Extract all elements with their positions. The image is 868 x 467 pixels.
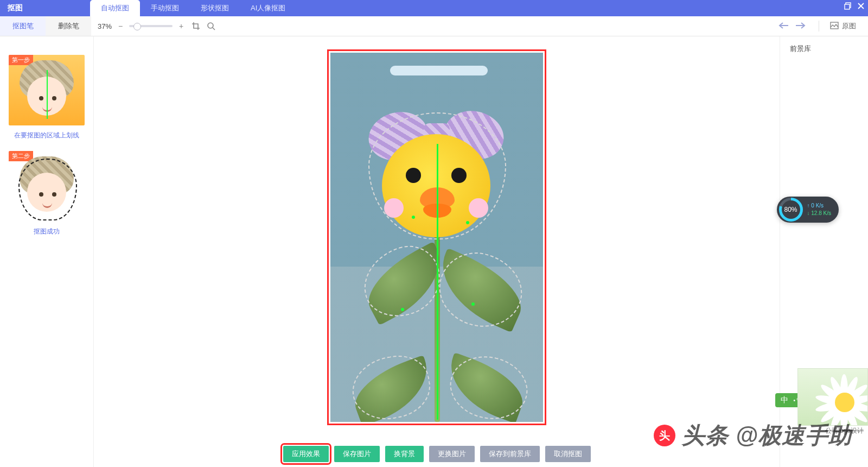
top-tabs: 自动抠图 手动抠图 形状抠图 AI人像抠图 (90, 0, 296, 16)
redo-icon[interactable] (796, 22, 806, 31)
keep-stroke (401, 308, 404, 311)
close-icon[interactable] (857, 2, 865, 12)
history-nav (778, 22, 806, 31)
tab-auto-cutout[interactable]: 自动抠图 (90, 0, 140, 16)
tab-shape-cutout[interactable]: 形状抠图 (190, 0, 240, 16)
tab-manual-cutout[interactable]: 手动抠图 (140, 0, 190, 16)
cpu-ring-icon: 80% (779, 198, 803, 222)
cancel-cutout-button[interactable]: 取消抠图 (545, 446, 591, 462)
magnifier-icon[interactable] (206, 21, 216, 31)
original-image-label: 原图 (842, 21, 856, 31)
restore-icon[interactable] (844, 2, 852, 12)
crop-icon[interactable] (191, 21, 201, 31)
zoom-slider[interactable] (129, 25, 173, 27)
toolbar-divider (819, 21, 819, 31)
undo-icon[interactable] (778, 22, 788, 31)
net-stats: ↑ 0 K/s ↓ 12.8 K/s (807, 202, 831, 217)
window-controls (844, 2, 865, 12)
canvas-area: 应用效果 保存图片 换背景 更换图片 保存到前景库 取消抠图 (94, 36, 780, 467)
keep-stroke (437, 144, 438, 420)
step-2-caption: 抠图成功 (9, 227, 85, 236)
keep-brush-tab[interactable]: 抠图笔 (0, 16, 46, 36)
ime-label: 中 (781, 395, 788, 405)
svg-rect-1 (845, 4, 850, 9)
step-2-card[interactable]: 第二步 抠图成功 (9, 151, 85, 236)
replace-image-button[interactable]: 更换图片 (429, 446, 475, 462)
daisy-icon (814, 372, 868, 426)
apply-effect-button[interactable]: 应用效果 (283, 446, 329, 462)
performance-widget[interactable]: 80% ↑ 0 K/s ↓ 12.8 K/s (777, 197, 839, 223)
zoom-in-button[interactable]: + (177, 22, 186, 30)
action-bar: 应用效果 保存图片 换背景 更换图片 保存到前景库 取消抠图 (94, 446, 780, 462)
toolbar: 抠图笔 删除笔 37% − + 原图 (0, 16, 868, 36)
svg-point-2 (208, 23, 213, 28)
corner-promo-label: 公司logo设计 (825, 426, 864, 436)
step-1-card[interactable]: 第一步 在要抠图的区域上划线 (9, 55, 85, 140)
app-title: 抠图 (0, 3, 30, 16)
change-background-button[interactable]: 换背景 (385, 446, 424, 462)
step-1-thumb: 第一步 (9, 55, 85, 125)
keep-stroke (471, 302, 475, 306)
ceiling-light-shape (390, 66, 488, 75)
step-2-thumb: 第二步 (9, 151, 85, 222)
titlebar: 抠图 自动抠图 手动抠图 形状抠图 AI人像抠图 (0, 0, 868, 16)
net-down: 12.8 K/s (811, 210, 831, 216)
canvas-highlight-frame (327, 49, 546, 425)
steps-panel: 第一步 在要抠图的区域上划线 第二步 抠图成功 (0, 36, 94, 467)
corner-promo[interactable] (797, 368, 868, 426)
step-1-caption: 在要抠图的区域上划线 (9, 131, 85, 140)
original-image-button[interactable]: 原图 (830, 21, 856, 31)
canvas[interactable] (330, 53, 543, 422)
erase-brush-tab[interactable]: 删除笔 (46, 16, 91, 36)
save-to-foreground-button[interactable]: 保存到前景库 (480, 446, 540, 462)
zoom-controls: 37% − + (98, 22, 186, 30)
foreground-library-title: 前景库 (780, 36, 868, 61)
main: 第一步 在要抠图的区域上划线 第二步 抠图成功 (0, 36, 868, 467)
keep-stroke (466, 221, 469, 224)
save-image-button[interactable]: 保存图片 (334, 446, 380, 462)
net-up: 0 K/s (811, 203, 824, 209)
tab-ai-portrait[interactable]: AI人像抠图 (240, 0, 296, 16)
image-icon (830, 22, 839, 31)
brush-tabs: 抠图笔 删除笔 (0, 16, 91, 36)
zoom-percent: 37% (98, 22, 112, 30)
cpu-percent: 80% (782, 200, 800, 219)
keep-stroke (412, 216, 415, 219)
zoom-out-button[interactable]: − (116, 22, 125, 30)
